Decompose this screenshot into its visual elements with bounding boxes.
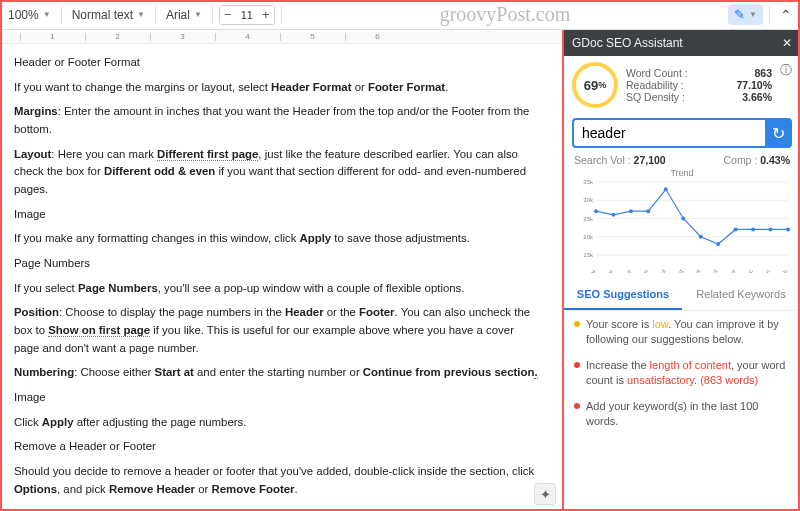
svg-text:Jul: Jul <box>658 269 667 274</box>
document-area: 123456 Header or Footer Format If you wa… <box>0 30 562 511</box>
toolbar: 100%▼ Normal text▼ Arial▼ − 11 + groovyP… <box>0 0 800 30</box>
keyword-input[interactable] <box>572 118 765 148</box>
watermark-logo: groovyPost.com <box>288 3 722 26</box>
svg-text:25k: 25k <box>583 216 594 222</box>
fontsize-value: 11 <box>236 9 258 21</box>
tab-related-keywords[interactable]: Related Keywords <box>682 280 800 310</box>
svg-point-16 <box>699 235 703 239</box>
fontsize-stepper[interactable]: − 11 + <box>219 5 275 25</box>
fontsize-plus[interactable]: + <box>258 6 274 24</box>
explore-button[interactable]: ✦ <box>534 483 556 505</box>
style-dropdown[interactable]: Normal text▼ <box>68 6 149 24</box>
bullet-icon <box>574 321 580 327</box>
svg-point-11 <box>611 213 615 217</box>
trend-chart: Trend 35k30k25k20k15kMarAprMayJunJulAugS… <box>564 168 800 276</box>
svg-text:Aug: Aug <box>674 269 685 274</box>
font-dropdown[interactable]: Arial▼ <box>162 6 206 24</box>
svg-text:Mar: Mar <box>586 269 596 274</box>
svg-text:Feb: Feb <box>778 268 789 273</box>
sidebar-header: GDoc SEO Assistant ✕ <box>564 30 800 56</box>
editing-mode-button[interactable]: ✎▼ <box>728 4 763 25</box>
info-icon[interactable]: ⓘ <box>780 62 792 79</box>
svg-text:20k: 20k <box>583 234 594 240</box>
seo-stats: Word Count :863 Readability :77.10% SQ D… <box>626 67 772 103</box>
bullet-icon <box>574 362 580 368</box>
seo-sidebar: GDoc SEO Assistant ✕ 69% Word Count :863… <box>562 30 800 511</box>
svg-text:Sept: Sept <box>690 268 702 273</box>
svg-point-12 <box>629 209 633 213</box>
svg-text:Jun: Jun <box>639 269 649 274</box>
svg-point-17 <box>716 242 720 246</box>
svg-text:Apr: Apr <box>604 269 614 274</box>
hide-menus-button[interactable]: ⌃ <box>776 7 796 23</box>
svg-text:Nov: Nov <box>726 269 737 274</box>
svg-point-21 <box>786 227 790 231</box>
bullet-icon <box>574 403 580 409</box>
svg-text:30k: 30k <box>583 197 594 203</box>
document-body[interactable]: Header or Footer Format If you want to c… <box>0 44 562 511</box>
keyword-metrics: Search Vol : 27,100 Comp : 0.43% <box>564 154 800 168</box>
close-icon[interactable]: ✕ <box>782 36 792 50</box>
zoom-dropdown[interactable]: 100%▼ <box>4 6 55 24</box>
svg-point-13 <box>646 209 650 213</box>
svg-point-20 <box>769 227 773 231</box>
seo-score-ring: 69% <box>572 62 618 108</box>
fontsize-minus[interactable]: − <box>220 6 236 24</box>
svg-text:Dec: Dec <box>743 269 754 274</box>
svg-text:15k: 15k <box>583 252 594 258</box>
svg-point-18 <box>734 227 738 231</box>
svg-text:May: May <box>621 269 632 274</box>
svg-point-10 <box>594 209 598 213</box>
svg-point-14 <box>664 187 668 191</box>
svg-point-19 <box>751 227 755 231</box>
refresh-button[interactable]: ↻ <box>765 118 792 148</box>
svg-point-15 <box>681 217 685 221</box>
tab-seo-suggestions[interactable]: SEO Suggestions <box>564 280 682 310</box>
suggestions-list: Your score is low. You can improve it by… <box>564 311 800 445</box>
svg-text:35k: 35k <box>583 179 594 185</box>
pencil-icon: ✎ <box>734 7 745 22</box>
svg-text:Jan: Jan <box>761 269 771 274</box>
svg-text:Oct: Oct <box>709 268 719 273</box>
ruler[interactable]: 123456 <box>0 30 562 44</box>
